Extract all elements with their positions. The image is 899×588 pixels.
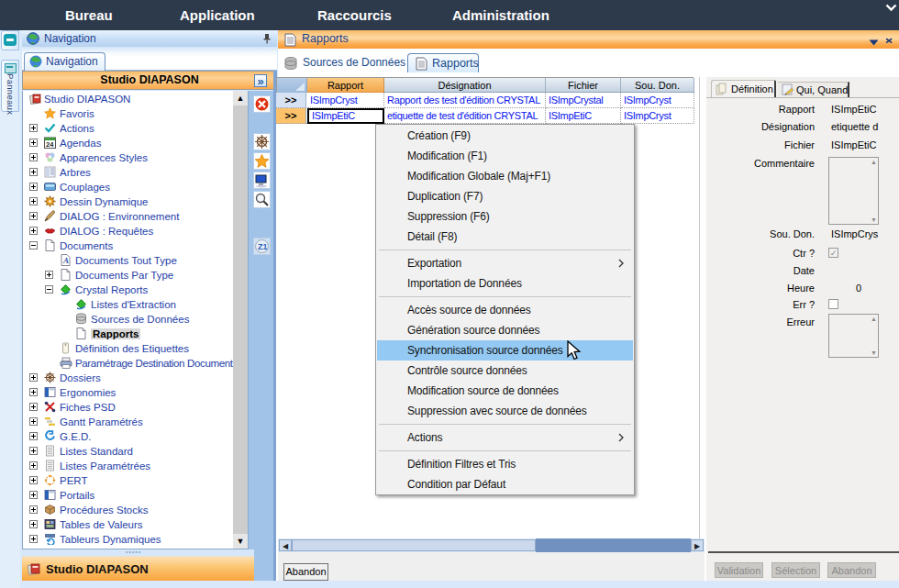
svg-text:24: 24: [46, 140, 54, 149]
svg-text:A: A: [62, 256, 69, 265]
svg-text:Z1: Z1: [258, 242, 268, 251]
